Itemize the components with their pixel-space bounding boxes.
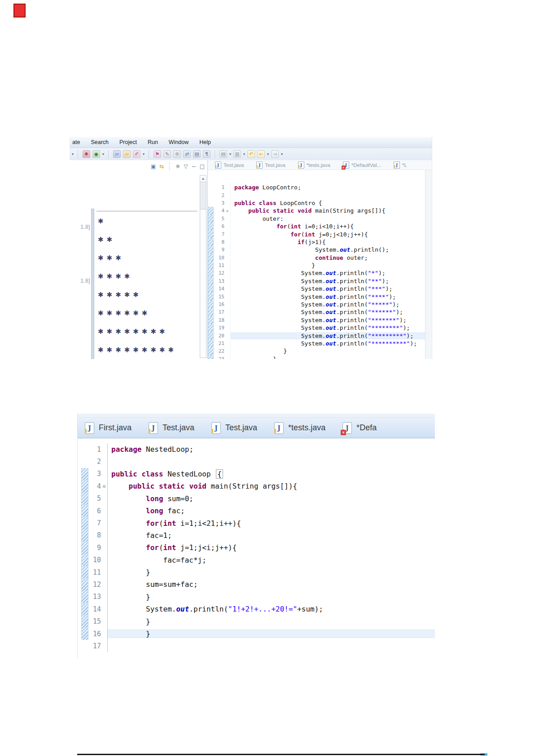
code-line[interactable]: 15System.out.println("****"); <box>208 293 432 300</box>
code-line[interactable]: 17System.out.println("******"); <box>208 308 432 316</box>
scroll-up-icon[interactable]: ▲ <box>200 175 206 182</box>
tab-test-java[interactable]: JTest.java <box>210 422 272 434</box>
code-text[interactable]: fac=1; <box>108 531 435 540</box>
code-text[interactable]: public class NestedLoop { <box>108 470 435 478</box>
code-text[interactable]: continue outer; <box>231 254 432 261</box>
code-text[interactable]: System.out.println("********"); <box>231 324 432 331</box>
code-line[interactable]: 5long sum=0; <box>78 493 435 505</box>
code-text[interactable]: System.out.println("**********"); <box>231 340 432 347</box>
filters-icon[interactable]: ✱ <box>175 163 180 170</box>
code-text[interactable]: } <box>108 617 435 626</box>
mark-occurrences-icon[interactable]: ▤ <box>219 150 227 158</box>
code-line[interactable]: 21System.out.println("**********"); <box>208 340 432 347</box>
mark-dropdown-icon[interactable]: ▾ <box>229 152 231 156</box>
code-line[interactable]: 14System.out.println("***"); <box>208 285 432 293</box>
code-text[interactable]: long fac; <box>108 507 435 515</box>
left-panel-scrollbar[interactable]: ▲ <box>200 175 206 358</box>
back-icon[interactable]: ← <box>257 150 265 158</box>
open-file-icon[interactable]: ▱ <box>113 150 121 158</box>
code-line[interactable]: 10fac=fac*j; <box>78 554 435 566</box>
tab-test-java[interactable]: JTest.java <box>147 422 210 434</box>
code-editor-nestedloop[interactable]: 1package NestedLoop;23public class Neste… <box>78 438 435 659</box>
code-text[interactable]: for(int i=1;i<21;i++){ <box>108 519 435 528</box>
annotations-icon[interactable]: ▥ <box>233 150 241 158</box>
code-text[interactable]: } <box>231 348 432 354</box>
code-line[interactable]: 14System.out.println("1!+2!+...+20!="+su… <box>78 603 435 615</box>
forward-dropdown-icon[interactable]: ▾ <box>281 152 283 156</box>
code-line[interactable]: 2 <box>208 191 432 199</box>
code-line[interactable]: 10continue outer; <box>208 254 432 262</box>
code-line[interactable]: 7for(int i=1;i<21;i++){ <box>78 517 435 529</box>
code-line[interactable]: 18System.out.println("*******"); <box>208 316 432 324</box>
code-line[interactable]: 13} <box>78 591 435 603</box>
paint-dropdown-icon[interactable]: ▾ <box>143 152 145 156</box>
code-line[interactable]: 11} <box>208 262 432 269</box>
code-text[interactable]: System.out.println("*"); <box>231 270 432 276</box>
code-text[interactable]: } <box>108 568 435 577</box>
search-icon[interactable]: ⚑ <box>153 150 161 158</box>
tab-test-java[interactable]: JTest.java <box>253 161 294 170</box>
code-line[interactable]: 11} <box>78 566 435 578</box>
new-wizard-icon[interactable]: ❖ <box>83 150 90 158</box>
code-text[interactable]: System.out.println("*********"); <box>231 332 432 339</box>
code-line[interactable]: 3public class NestedLoop { <box>78 468 435 480</box>
scrollbar-thumb[interactable] <box>200 182 206 210</box>
code-line[interactable]: 16} <box>78 628 435 640</box>
code-text[interactable]: for(int i=0;i<10;i++){ <box>231 223 432 230</box>
tool-icon[interactable]: ❉ <box>173 150 181 158</box>
tab-first-java[interactable]: JFirst.java <box>83 422 147 434</box>
code-text[interactable]: System.out.println("*******"); <box>231 317 432 323</box>
code-line[interactable]: 2 <box>78 455 435 468</box>
fold-collapse-icon[interactable]: ⊖ <box>224 207 231 214</box>
toolbar-overflow-dropdown-icon[interactable]: ▾ <box>72 152 74 156</box>
menu-item-project[interactable]: Project <box>119 139 137 145</box>
code-text[interactable]: System.out.println("***"); <box>231 285 432 292</box>
swap-icon[interactable]: ⇆ <box>159 163 164 170</box>
code-line[interactable]: 13System.out.println("**"); <box>208 277 432 285</box>
last-edit-location-icon[interactable]: ↶ <box>247 150 255 158</box>
code-line[interactable]: 1package LoopContro; <box>208 184 432 191</box>
code-line[interactable]: 19System.out.println("********"); <box>208 324 432 332</box>
tab--l[interactable]: J*L <box>390 161 416 170</box>
paint-icon[interactable]: ✐ <box>133 150 140 158</box>
code-line[interactable]: 8fac=1; <box>78 529 435 542</box>
code-line[interactable]: 6long fac; <box>78 505 435 517</box>
code-text[interactable]: } <box>231 356 432 359</box>
code-line[interactable]: 8if(j>1){ <box>208 238 432 246</box>
run-icon[interactable]: ◉ <box>92 150 100 158</box>
code-text[interactable]: System.out.println("**"); <box>231 278 432 284</box>
code-text[interactable]: public static void main(String args[]){ <box>231 207 432 214</box>
code-text[interactable]: package LoopContro; <box>231 184 432 191</box>
code-text[interactable]: for(int j=0;j<10;j++){ <box>231 231 432 238</box>
code-text[interactable]: } <box>108 593 435 601</box>
menu-item-search[interactable]: Search <box>91 139 109 145</box>
minimize-icon[interactable]: − <box>192 163 196 170</box>
menu-item-help[interactable]: Help <box>199 139 211 145</box>
forward-icon[interactable]: → <box>271 150 279 158</box>
pencil-icon[interactable]: ✎ <box>163 150 171 158</box>
paragraph-icon[interactable]: ¶ <box>203 150 210 158</box>
code-text[interactable]: System.out.println("*****"); <box>231 301 432 308</box>
code-line[interactable]: 3public class LoopContro { <box>208 199 432 207</box>
document-icon[interactable]: ▤ <box>193 150 201 158</box>
code-line[interactable]: 5outer: <box>208 215 432 223</box>
code-text[interactable]: outer: <box>231 215 432 222</box>
tab--defa[interactable]: J×*Defa <box>341 422 392 434</box>
menu-item-ate[interactable]: ate <box>72 139 80 145</box>
menu-item-window[interactable]: Window <box>169 139 189 145</box>
code-text[interactable]: fac=fac*j; <box>108 556 435 564</box>
code-text[interactable]: System.out.println(); <box>231 246 432 253</box>
code-text[interactable]: } <box>231 262 432 269</box>
code-line[interactable]: 6for(int i=0;i<10;i++){ <box>208 223 432 230</box>
code-text[interactable]: public static void main(String args[]){ <box>108 482 435 490</box>
code-text[interactable]: System.out.println("******"); <box>231 309 432 315</box>
tab--tests-java[interactable]: J*tests.java <box>294 161 339 170</box>
code-text[interactable]: package NestedLoop; <box>108 445 435 454</box>
code-text[interactable]: if(j>1){ <box>231 239 432 245</box>
code-line[interactable]: 20System.out.println("*********"); <box>208 332 432 339</box>
tab--tests-java[interactable]: J*tests.java <box>272 422 341 434</box>
panel-scrollbar-strip[interactable] <box>91 209 94 359</box>
sync-doc-icon[interactable]: ⇄ <box>183 150 191 158</box>
menu-item-run[interactable]: Run <box>148 139 158 145</box>
code-line[interactable]: 9for(int j=1;j<i;j++){ <box>78 542 435 554</box>
